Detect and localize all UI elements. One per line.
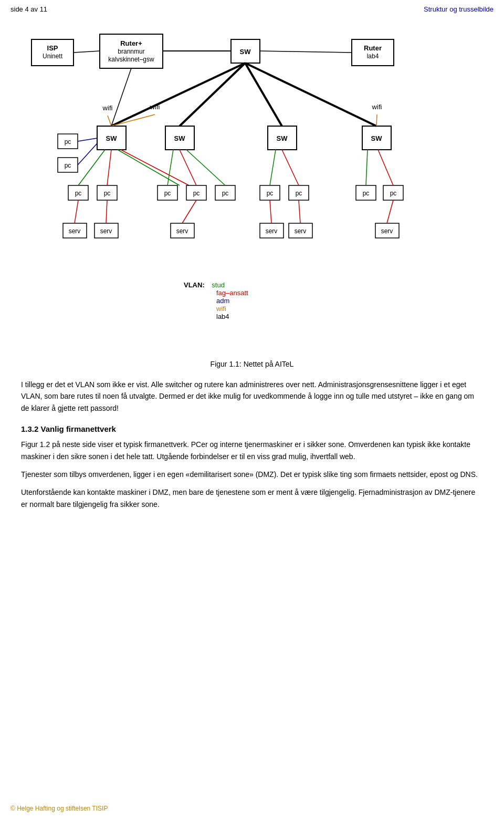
svg-text:SW: SW bbox=[174, 134, 186, 142]
paragraph-4: Utenforstående kan kontakte maskiner i D… bbox=[21, 486, 483, 510]
section-heading-132: 1.3.2 Vanlig firmanettverk bbox=[21, 424, 483, 433]
svg-text:SW: SW bbox=[240, 48, 251, 56]
vlan-lab4: lab4 bbox=[216, 313, 229, 320]
svg-text:SW: SW bbox=[371, 134, 383, 142]
paragraph-1: I tillegg er det et VLAN som ikke er vis… bbox=[21, 379, 483, 414]
svg-line-84 bbox=[270, 200, 271, 223]
svg-text:serv: serv bbox=[381, 227, 393, 235]
svg-text:serv: serv bbox=[295, 227, 307, 235]
svg-line-38 bbox=[78, 138, 97, 141]
paragraph-2: Figur 1.2 på neste side viser et typisk … bbox=[21, 439, 483, 462]
svg-line-30 bbox=[108, 116, 111, 126]
svg-text:pc: pc bbox=[193, 190, 200, 197]
svg-text:pc: pc bbox=[104, 190, 111, 197]
svg-text:Ruter+: Ruter+ bbox=[120, 39, 142, 47]
svg-text:serv: serv bbox=[100, 227, 112, 235]
network-diagram: ISP Uninett Ruter+ brannmur kalvskinnet–… bbox=[16, 24, 488, 349]
vlan-wifi: wifi bbox=[216, 305, 226, 313]
svg-text:pc: pc bbox=[390, 190, 397, 197]
svg-text:SW: SW bbox=[106, 134, 118, 142]
vlan-stud: stud bbox=[212, 281, 225, 289]
svg-line-56 bbox=[186, 150, 225, 185]
svg-line-68 bbox=[378, 150, 393, 185]
figure-caption: Figur 1.1: Nettet på AITeL bbox=[21, 360, 483, 368]
svg-line-81 bbox=[75, 200, 78, 223]
svg-text:pc: pc bbox=[363, 190, 370, 197]
svg-text:pc: pc bbox=[164, 190, 171, 197]
svg-text:Ruter: Ruter bbox=[364, 44, 382, 52]
svg-text:pc: pc bbox=[65, 162, 71, 169]
svg-line-14 bbox=[260, 51, 352, 53]
svg-line-27 bbox=[180, 63, 245, 126]
svg-line-86 bbox=[387, 200, 393, 223]
vlan-fag-ansatt: fag–ansatt bbox=[216, 289, 248, 297]
svg-text:wifi: wifi bbox=[102, 104, 113, 112]
svg-line-67 bbox=[366, 150, 368, 185]
svg-text:pc: pc bbox=[267, 190, 274, 197]
footer: © Helge Hafting og stiftelsen TISIP bbox=[10, 805, 108, 812]
svg-text:SW: SW bbox=[277, 134, 288, 142]
svg-line-61 bbox=[270, 150, 276, 185]
svg-line-62 bbox=[282, 150, 299, 185]
svg-text:pc: pc bbox=[222, 190, 229, 197]
svg-line-26 bbox=[111, 63, 245, 126]
svg-line-83 bbox=[182, 200, 196, 223]
vlan-adm: adm bbox=[216, 297, 229, 305]
vlan-label: VLAN: bbox=[184, 281, 205, 289]
svg-line-29 bbox=[245, 63, 376, 126]
svg-text:serv: serv bbox=[266, 227, 278, 235]
svg-text:Uninett: Uninett bbox=[43, 53, 63, 60]
page-number: side 4 av 11 bbox=[10, 5, 47, 13]
svg-text:ISP: ISP bbox=[47, 44, 58, 52]
svg-line-47 bbox=[121, 150, 189, 185]
svg-text:wifi: wifi bbox=[372, 103, 382, 111]
svg-line-45 bbox=[107, 150, 111, 185]
svg-text:pc: pc bbox=[296, 190, 302, 197]
svg-text:serv: serv bbox=[69, 227, 81, 235]
svg-text:pc: pc bbox=[75, 190, 82, 197]
svg-line-55 bbox=[180, 150, 196, 185]
svg-line-12 bbox=[74, 51, 100, 53]
svg-line-44 bbox=[78, 150, 105, 185]
svg-line-32 bbox=[376, 115, 377, 126]
svg-text:pc: pc bbox=[65, 138, 71, 146]
svg-line-85 bbox=[299, 200, 300, 223]
svg-text:kalvskinnet–gsw: kalvskinnet–gsw bbox=[108, 56, 154, 63]
svg-line-39 bbox=[78, 143, 97, 165]
svg-text:brannmur: brannmur bbox=[118, 48, 144, 55]
paragraph-3: Tjenester som tilbys omverdenen, ligger … bbox=[21, 469, 483, 480]
vlan-legend: VLAN: stud fag–ansatt adm wifi lab4 bbox=[184, 281, 248, 320]
svg-text:serv: serv bbox=[176, 227, 188, 235]
chapter-title: Struktur og trusselbilde bbox=[424, 5, 494, 13]
content-area: Figur 1.1: Nettet på AITeL I tillegg er … bbox=[0, 349, 504, 537]
svg-line-82 bbox=[106, 200, 107, 223]
svg-text:lab4: lab4 bbox=[367, 53, 379, 60]
